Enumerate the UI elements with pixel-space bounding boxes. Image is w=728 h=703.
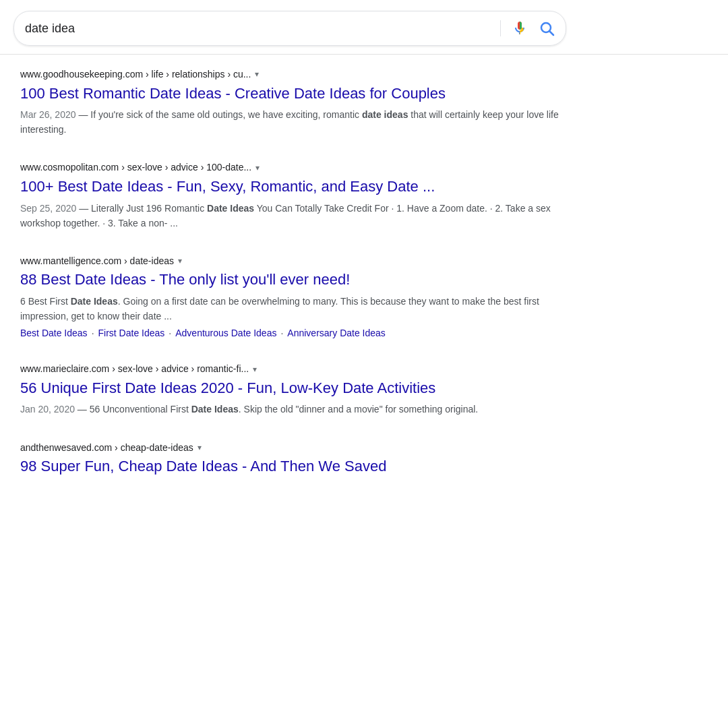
svg-line-1 xyxy=(550,32,554,36)
result-breadcrumb: www.marieclaire.com › sex-love › advice … xyxy=(20,363,249,376)
dropdown-arrow-icon[interactable]: ▾ xyxy=(253,364,257,375)
snippet-text: — If you're sick of the same old outings… xyxy=(76,109,362,120)
result-url: www.marieclaire.com › sex-love › advice … xyxy=(20,363,566,376)
search-bar xyxy=(13,11,566,46)
snippet-bold: Date Ideas xyxy=(207,203,254,214)
results-container: www.goodhousekeeping.com › life › relati… xyxy=(0,55,580,514)
search-input[interactable] xyxy=(25,22,489,36)
result-snippet: 6 Best First Date Ideas. Going on a firs… xyxy=(20,294,566,324)
sitelink[interactable]: Adventurous Date Ideas xyxy=(175,328,276,338)
search-bar-container xyxy=(0,0,728,55)
sitelink-separator: · xyxy=(169,328,171,338)
result-title[interactable]: 56 Unique First Date Ideas 2020 - Fun, L… xyxy=(20,379,566,398)
dropdown-arrow-icon[interactable]: ▾ xyxy=(178,255,182,267)
search-icon[interactable] xyxy=(539,20,555,36)
snippet-bold: Date Ideas xyxy=(71,296,118,307)
sitelink-separator: · xyxy=(280,328,283,338)
result-title[interactable]: 100 Best Romantic Date Ideas - Creative … xyxy=(20,84,566,104)
snippet-bold: date ideas xyxy=(362,109,408,120)
sitelink[interactable]: Anniversary Date Ideas xyxy=(287,328,386,338)
snippet-bold: Date Ideas xyxy=(191,404,239,415)
result-title[interactable]: 88 Best Date Ideas - The only list you'l… xyxy=(20,270,566,290)
result-item: andthenwesaved.com › cheap-date-ideas▾98… xyxy=(20,441,566,477)
result-item: www.marieclaire.com › sex-love › advice … xyxy=(20,363,566,417)
sitelink-separator: · xyxy=(92,328,94,338)
result-snippet: Sep 25, 2020 — Literally Just 196 Romant… xyxy=(20,201,566,231)
mic-icon[interactable] xyxy=(512,20,528,36)
result-item: www.cosmopolitan.com › sex-love › advice… xyxy=(20,161,566,230)
dropdown-arrow-icon[interactable]: ▾ xyxy=(255,69,259,80)
snippet-end: . Skip the old "dinner and a movie" for … xyxy=(239,404,478,415)
sitelinks: Best Date Ideas·First Date Ideas·Adventu… xyxy=(20,328,566,338)
divider xyxy=(500,20,501,36)
result-url: www.goodhousekeeping.com › life › relati… xyxy=(20,68,566,82)
result-snippet: Jan 20, 2020 — 56 Unconventional First D… xyxy=(20,402,566,417)
snippet-date: Sep 25, 2020 xyxy=(20,203,76,214)
result-breadcrumb: www.goodhousekeeping.com › life › relati… xyxy=(20,68,251,82)
dropdown-arrow-icon[interactable]: ▾ xyxy=(198,442,202,454)
result-breadcrumb: andthenwesaved.com › cheap-date-ideas xyxy=(20,441,193,455)
snippet-text: — Literally Just 196 Romantic xyxy=(76,203,207,214)
result-url: andthenwesaved.com › cheap-date-ideas▾ xyxy=(20,441,566,455)
result-item: www.mantelligence.com › date-ideas▾88 Be… xyxy=(20,255,566,338)
dropdown-arrow-icon[interactable]: ▾ xyxy=(255,162,260,174)
result-breadcrumb: www.mantelligence.com › date-ideas xyxy=(20,255,174,268)
result-title[interactable]: 100+ Best Date Ideas - Fun, Sexy, Romant… xyxy=(20,177,566,197)
sitelink[interactable]: Best Date Ideas xyxy=(20,328,88,338)
result-item: www.goodhousekeeping.com › life › relati… xyxy=(20,68,566,137)
snippet-date: Jan 20, 2020 xyxy=(20,404,75,415)
result-breadcrumb: www.cosmopolitan.com › sex-love › advice… xyxy=(20,161,251,175)
search-icons xyxy=(489,20,555,36)
result-title[interactable]: 98 Super Fun, Cheap Date Ideas - And The… xyxy=(20,457,566,477)
result-url: www.mantelligence.com › date-ideas▾ xyxy=(20,255,566,268)
result-url: www.cosmopolitan.com › sex-love › advice… xyxy=(20,161,566,175)
sitelink[interactable]: First Date Ideas xyxy=(98,328,165,338)
snippet-text: 6 Best First xyxy=(20,296,71,307)
result-snippet: Mar 26, 2020 — If you're sick of the sam… xyxy=(20,107,566,137)
snippet-date: Mar 26, 2020 xyxy=(20,109,76,120)
snippet-text: — 56 Unconventional First xyxy=(75,404,191,415)
